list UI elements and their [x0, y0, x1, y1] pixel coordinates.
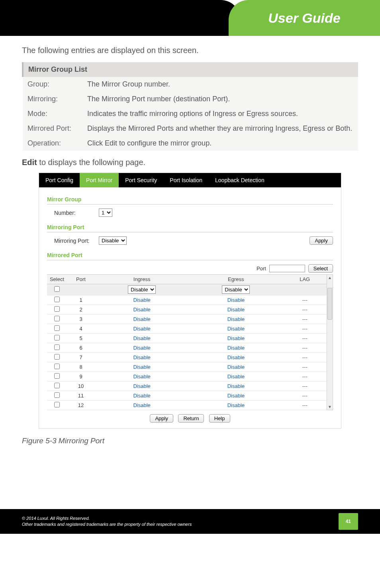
table-row: 4DisableDisable--- [47, 324, 327, 334]
page-number: 41 [339, 513, 358, 530]
row-checkbox[interactable] [54, 297, 60, 302]
port-search-row: Port Select [47, 264, 333, 273]
port-cell: 7 [67, 353, 95, 362]
egress-cell: Disable [189, 391, 283, 401]
egress-cell: Disable [189, 295, 283, 305]
help-button[interactable]: Help [209, 414, 230, 423]
table-row: 12DisableDisable--- [47, 401, 327, 410]
port-cell: 5 [67, 334, 95, 343]
col-lag: LAG [283, 275, 327, 284]
egress-cell: Disable [189, 315, 283, 324]
row-checkbox[interactable] [54, 383, 60, 388]
ingress-filter-select[interactable]: Disable [128, 285, 156, 294]
text-frag: Click [87, 139, 105, 147]
ingress-cell: Disable [95, 391, 189, 401]
egress-cell: Disable [189, 401, 283, 410]
lag-cell: --- [283, 372, 327, 382]
tab-port-config[interactable]: Port Config [39, 173, 80, 187]
table-row: 2DisableDisable--- [47, 305, 327, 315]
egress-cell: Disable [189, 382, 283, 391]
port-cell: 4 [67, 324, 95, 334]
panel-body: Mirror Group Number: 1 Mirroring Port Mi… [39, 187, 341, 428]
header-band: User Guide [0, 0, 380, 36]
lag-cell: --- [283, 391, 327, 401]
port-cell: 9 [67, 372, 95, 382]
ingress-cell: Disable [95, 305, 189, 315]
tab-port-mirror[interactable]: Port Mirror [80, 173, 119, 187]
text-bold: Edit [22, 158, 37, 167]
egress-cell: Disable [189, 362, 283, 372]
port-cell: 6 [67, 343, 95, 353]
row-checkbox[interactable] [54, 402, 60, 407]
row-desc: The Mirror Group number. [82, 77, 358, 92]
lag-cell: --- [283, 362, 327, 372]
header-title-pill: User Guide [229, 0, 380, 36]
row-checkbox[interactable] [54, 392, 60, 398]
number-select[interactable]: 1 [99, 208, 112, 217]
scrollbar[interactable]: ▲ ▼ [327, 274, 333, 410]
select-all-checkbox[interactable] [54, 286, 60, 292]
table-row: 7DisableDisable--- [47, 353, 327, 362]
egress-cell: Disable [189, 334, 283, 343]
text-frag: to configure the mirror group. [117, 139, 212, 147]
table-header-row: Select Port Ingress Egress LAG [47, 275, 327, 284]
mirrored-port-table: Select Port Ingress Egress LAG Disable D… [47, 274, 327, 410]
row-checkbox[interactable] [54, 373, 60, 379]
egress-filter-select[interactable]: Disable [222, 285, 250, 294]
row-desc: The Mirroring Port number (destination P… [82, 92, 358, 106]
ingress-cell: Disable [95, 372, 189, 382]
table-row: Operation: Click Edit to configure the m… [23, 136, 358, 151]
row-label: Mirrored Port: [23, 121, 82, 136]
lag-cell: --- [283, 401, 327, 410]
ingress-cell: Disable [95, 295, 189, 305]
row-checkbox[interactable] [54, 354, 60, 360]
col-port: Port [67, 275, 95, 284]
row-checkbox[interactable] [54, 325, 60, 331]
mirroring-port-select[interactable]: Disable [99, 236, 127, 245]
port-cell: 12 [67, 401, 95, 410]
port-cell: 8 [67, 362, 95, 372]
egress-cell: Disable [189, 324, 283, 334]
apply-mirroring-button[interactable]: Apply [309, 236, 333, 245]
port-search-input[interactable] [269, 265, 305, 272]
port-search-label: Port [257, 265, 266, 271]
config-screenshot: Port Config Port Mirror Port Security Po… [39, 173, 341, 429]
port-cell: 10 [67, 382, 95, 391]
ingress-cell: Disable [95, 334, 189, 343]
row-checkbox[interactable] [54, 344, 60, 350]
row-desc: Click Edit to configure the mirror group… [82, 136, 358, 151]
port-cell: 1 [67, 295, 95, 305]
edit-instruction: Edit to displays the following page. [22, 158, 358, 167]
egress-cell: Disable [189, 372, 283, 382]
tab-port-isolation[interactable]: Port Isolation [163, 173, 209, 187]
row-checkbox[interactable] [54, 316, 60, 321]
port-select-button[interactable]: Select [308, 264, 333, 273]
table-row: Mirrored Port: Displays the Mirrored Por… [23, 121, 358, 136]
scroll-up-icon[interactable]: ▲ [328, 275, 332, 281]
mirroring-port-row: Mirroring Port: Disable Apply [47, 236, 333, 245]
apply-button[interactable]: Apply [150, 414, 173, 423]
scroll-thumb[interactable] [327, 288, 332, 320]
ingress-cell: Disable [95, 343, 189, 353]
tab-loopback-detection[interactable]: Loopback Detection [209, 173, 271, 187]
return-button[interactable]: Return [178, 414, 204, 423]
table-row: 1DisableDisable--- [47, 295, 327, 305]
row-label: Mirroring: [23, 92, 82, 106]
filter-row: Disable Disable [47, 284, 327, 295]
row-checkbox[interactable] [54, 306, 60, 312]
lag-cell: --- [283, 315, 327, 324]
mirror-group-row: Number: 1 [47, 208, 333, 217]
egress-cell: Disable [189, 353, 283, 362]
lag-cell: --- [283, 295, 327, 305]
text-frag: to displays the following page. [37, 158, 145, 167]
ingress-cell: Disable [95, 353, 189, 362]
scroll-down-icon[interactable]: ▼ [328, 404, 332, 410]
row-checkbox[interactable] [54, 335, 60, 340]
scroll-track[interactable] [327, 281, 333, 404]
tab-port-security[interactable]: Port Security [119, 173, 163, 187]
copyright-line: © 2014 Luxul. All Rights Reserved. [22, 515, 323, 521]
lag-cell: --- [283, 353, 327, 362]
row-checkbox[interactable] [54, 364, 60, 369]
lag-cell: --- [283, 324, 327, 334]
intro-text: The following entries are displayed on t… [22, 46, 358, 55]
